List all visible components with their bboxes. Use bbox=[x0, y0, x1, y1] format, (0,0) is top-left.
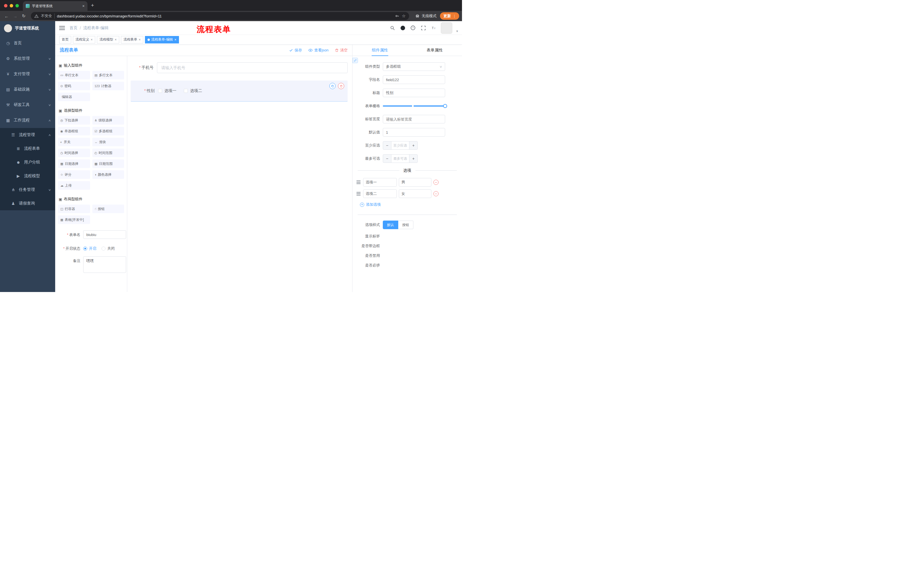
component-type-select[interactable]: 多选框组 bbox=[383, 62, 445, 71]
option-value-input[interactable] bbox=[399, 178, 431, 187]
phone-field-row[interactable]: 手机号 bbox=[130, 62, 348, 73]
sidebar-item-process-model[interactable]: ▶ 流程模型 bbox=[0, 169, 55, 183]
tag-close-icon[interactable] bbox=[139, 38, 141, 42]
form-remark-textarea[interactable]: 嘿嘿 bbox=[83, 256, 126, 273]
max-select-value[interactable]: 最多可选 bbox=[391, 155, 409, 163]
sidebar-item-workflow[interactable]: ▦ 工作流程 bbox=[0, 113, 55, 128]
sidebar-item-infra[interactable]: ▤ 基础设施 bbox=[0, 82, 55, 97]
remove-option-button[interactable] bbox=[433, 191, 439, 196]
back-icon[interactable] bbox=[3, 14, 10, 18]
window-close-button[interactable] bbox=[4, 4, 7, 7]
phone-input[interactable] bbox=[157, 62, 348, 73]
palette-item-date-range[interactable]: ▩日期范围 bbox=[92, 160, 124, 168]
drag-handle-icon[interactable] bbox=[356, 182, 361, 183]
sidebar-item-user-group[interactable]: ☻ 用户分组 bbox=[0, 155, 55, 169]
palette-item-password[interactable]: ⊙密码 bbox=[58, 82, 90, 90]
sidebar-item-leave-query[interactable]: ♟ 请假查询 bbox=[0, 197, 55, 210]
reload-icon[interactable] bbox=[20, 13, 28, 18]
remove-option-button[interactable] bbox=[433, 180, 439, 185]
form-canvas[interactable]: 手机号 性别 选项一 选项二 bbox=[127, 56, 352, 292]
link-icon[interactable] bbox=[353, 58, 358, 63]
option-label-input[interactable] bbox=[363, 189, 397, 198]
view-json-button[interactable]: 查看json bbox=[308, 48, 328, 53]
tag-close-icon[interactable] bbox=[91, 38, 92, 42]
tag-close-icon[interactable] bbox=[174, 38, 177, 42]
palette-item-slider[interactable]: ↔滑块 bbox=[92, 138, 124, 146]
tab-component-props[interactable]: 组件属性 bbox=[353, 44, 408, 56]
clear-button[interactable]: 清空 bbox=[335, 48, 348, 53]
option-style-button-button[interactable]: 按钮 bbox=[398, 220, 413, 229]
delete-widget-button[interactable] bbox=[338, 83, 344, 89]
palette-item-counter[interactable]: 123计数器 bbox=[92, 82, 124, 90]
tag-home[interactable]: 首页 bbox=[59, 36, 71, 43]
new-tab-button[interactable] bbox=[91, 2, 94, 8]
search-icon[interactable] bbox=[389, 25, 396, 31]
palette-item-switch[interactable]: ◐开关 bbox=[58, 138, 90, 146]
option-style-default-button[interactable]: 默认 bbox=[383, 220, 398, 229]
sidebar-item-devtools[interactable]: ⚒ 研发工具 bbox=[0, 97, 55, 113]
browser-tab[interactable]: 芋道管理系统 bbox=[23, 1, 87, 11]
field-name-input[interactable] bbox=[383, 76, 445, 84]
github-icon[interactable] bbox=[400, 25, 406, 31]
palette-item-cascade-select[interactable]: ⋔级联选择 bbox=[92, 116, 124, 125]
window-minimize-button[interactable] bbox=[10, 4, 13, 7]
copy-widget-button[interactable] bbox=[329, 83, 336, 89]
tag-process-definition[interactable]: 流程定义 bbox=[73, 36, 95, 43]
gender-option-2-checkbox[interactable]: 选项二 bbox=[184, 88, 202, 94]
add-option-button[interactable]: 添加选项 bbox=[360, 202, 462, 207]
form-name-input[interactable] bbox=[83, 230, 126, 239]
palette-item-row-container[interactable]: ◫行容器 bbox=[58, 204, 90, 213]
tab-close-icon[interactable] bbox=[82, 4, 85, 8]
font-size-icon[interactable]: TT bbox=[431, 25, 437, 31]
sidebar-item-process-management[interactable]: ☰ 流程管理 bbox=[0, 128, 55, 142]
forward-icon[interactable] bbox=[12, 14, 19, 18]
palette-item-table[interactable]: ▦表格[开发中] bbox=[58, 216, 90, 224]
tag-process-form[interactable]: 流程表单 bbox=[121, 36, 143, 43]
title-input[interactable] bbox=[383, 89, 445, 97]
security-label[interactable]: 不安全 bbox=[41, 13, 54, 18]
palette-item-button[interactable]: ☝按钮 bbox=[92, 204, 124, 213]
hamburger-icon[interactable] bbox=[59, 26, 65, 30]
sidebar-item-system[interactable]: ⚙ 系统管理 bbox=[0, 51, 55, 66]
address-bar[interactable]: 不安全 dashboard.yudao.iocoder.cn/bpm/manag… bbox=[31, 12, 409, 20]
update-button[interactable]: 更新 bbox=[440, 12, 459, 20]
option-value-input[interactable] bbox=[399, 189, 431, 198]
palette-item-date-picker[interactable]: ▦日期选择 bbox=[58, 160, 90, 168]
sidebar-item-process-form[interactable]: ≣ 流程表单 bbox=[0, 142, 55, 155]
avatar-caret-icon[interactable] bbox=[456, 29, 458, 33]
status-off-radio[interactable]: 关闭 bbox=[101, 246, 115, 251]
drag-handle-icon[interactable] bbox=[356, 193, 361, 194]
palette-item-single-line-text[interactable]: ▭单行文本 bbox=[58, 71, 90, 79]
label-width-input[interactable] bbox=[383, 115, 445, 123]
slider-handle[interactable] bbox=[443, 104, 447, 108]
decrease-button[interactable] bbox=[383, 141, 391, 150]
tag-process-form-edit[interactable]: 流程表单-编辑 bbox=[145, 36, 179, 43]
help-icon[interactable]: ? bbox=[410, 25, 416, 31]
sidebar-item-payment[interactable]: ¥ 支付管理 bbox=[0, 66, 55, 82]
fullscreen-icon[interactable] bbox=[420, 25, 427, 31]
window-zoom-button[interactable] bbox=[15, 4, 19, 7]
increase-button[interactable] bbox=[409, 155, 417, 163]
browser-menu-icon[interactable] bbox=[452, 14, 456, 18]
palette-item-color-picker[interactable]: ◑颜色选择 bbox=[92, 170, 124, 179]
breadcrumb-home[interactable]: 首页 bbox=[69, 25, 78, 31]
bookmark-star-icon[interactable] bbox=[402, 13, 406, 18]
decrease-button[interactable] bbox=[383, 155, 391, 163]
sidebar-item-home[interactable]: ◷ 首页 bbox=[0, 35, 55, 51]
save-button[interactable]: 保存 bbox=[289, 48, 302, 53]
tag-process-model[interactable]: 流程模型 bbox=[97, 36, 119, 43]
palette-item-dropdown-select[interactable]: ◎下拉选择 bbox=[58, 116, 90, 125]
key-icon[interactable] bbox=[395, 14, 400, 18]
option-label-input[interactable] bbox=[363, 178, 397, 187]
status-on-radio[interactable]: 开启 bbox=[83, 246, 96, 251]
palette-item-time-range[interactable]: ◴时间范围 bbox=[92, 148, 124, 157]
palette-item-checkbox-group[interactable]: ☑多选框组 bbox=[92, 127, 124, 135]
palette-item-rate[interactable]: ☆评分 bbox=[58, 170, 90, 179]
default-value-input[interactable] bbox=[383, 128, 445, 137]
tag-close-icon[interactable] bbox=[115, 38, 117, 42]
increase-button[interactable] bbox=[409, 141, 417, 150]
palette-item-multi-line-text[interactable]: ▤多行文本 bbox=[92, 71, 124, 79]
gender-field-widget-selected[interactable]: 性别 选项一 选项二 bbox=[130, 81, 348, 102]
user-avatar[interactable] bbox=[441, 22, 452, 34]
palette-item-editor[interactable]: 编辑器 bbox=[58, 92, 90, 101]
